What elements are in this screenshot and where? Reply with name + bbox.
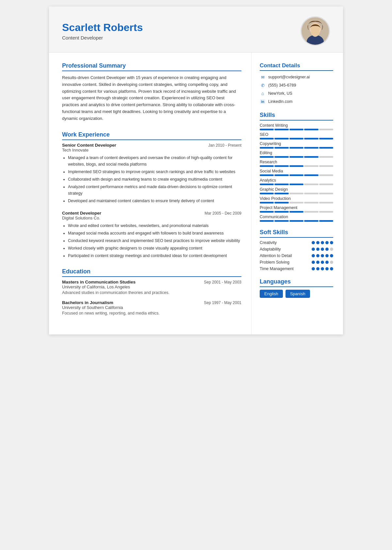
edu-desc-2: Focused on news writing, reporting, and … xyxy=(62,311,241,315)
skill-name: SEO xyxy=(260,132,333,137)
skill-segment xyxy=(289,220,303,222)
skill-segment xyxy=(274,211,288,213)
skill-item: Copywriting xyxy=(260,141,333,149)
header: Scarlett Roberts Content Developer xyxy=(49,7,343,53)
list-item: Wrote and edited content for websites, n… xyxy=(68,222,241,229)
edu-desc-1: Advanced studies in communication theori… xyxy=(62,290,241,295)
email-icon xyxy=(260,74,266,80)
skills-title: Skills xyxy=(260,112,333,121)
skill-name: Analytics xyxy=(260,178,333,183)
skills-section: Skills Content WritingSEOCopywritingEdit… xyxy=(260,112,333,222)
candidate-title: Content Developer xyxy=(62,35,301,40)
skill-item: Editing xyxy=(260,151,333,158)
job-company-1: Tech Innovate xyxy=(62,148,241,153)
skill-segment xyxy=(274,147,288,149)
left-column: Professional Summary Results-driven Cont… xyxy=(49,53,252,334)
skill-segment xyxy=(260,129,274,130)
skill-segment xyxy=(260,165,274,167)
skill-segment xyxy=(304,211,318,213)
skill-segment xyxy=(289,129,303,130)
languages-title: Languages xyxy=(260,278,333,287)
skill-segment xyxy=(274,156,288,158)
list-item: Worked closely with graphic designers to… xyxy=(68,245,241,251)
header-left: Scarlett Roberts Content Developer xyxy=(62,22,301,40)
edu-block-1: Masters in Communication Studies Sep 200… xyxy=(62,280,241,295)
skill-segment xyxy=(274,129,288,130)
skill-name: Video Production xyxy=(260,196,333,201)
right-column: Contact Details support@cvdesigner.ai (5… xyxy=(252,53,343,334)
skill-bar xyxy=(260,165,333,167)
skill-segment xyxy=(289,184,303,185)
email-value: support@cvdesigner.ai xyxy=(268,75,310,79)
soft-skill-dots xyxy=(312,267,333,270)
skill-segment xyxy=(289,202,303,203)
skill-segment xyxy=(260,138,274,139)
skill-bar xyxy=(260,147,333,149)
work-section: Work Experience Senior Content Developer… xyxy=(62,131,241,259)
skill-item: Video Production xyxy=(260,196,333,203)
soft-skill-dot xyxy=(321,248,324,251)
skill-segment xyxy=(289,165,303,167)
soft-skill-dots xyxy=(312,254,333,257)
skill-segment xyxy=(304,174,318,176)
soft-skill-name: Creativity xyxy=(260,240,277,245)
skills-list: Content WritingSEOCopywritingEditingRese… xyxy=(260,123,333,222)
skill-name: Copywriting xyxy=(260,141,333,146)
soft-skill-item: Creativity xyxy=(260,240,333,245)
soft-skill-dot xyxy=(330,248,333,251)
skill-segment xyxy=(304,165,318,167)
skill-item: Analytics xyxy=(260,178,333,185)
edu-header-2: Bachelors in Journalism Sep 1997 - May 2… xyxy=(62,300,241,305)
soft-skill-dot xyxy=(312,267,315,270)
soft-skill-dot xyxy=(330,254,333,257)
skill-segment xyxy=(274,220,288,222)
soft-skill-item: Problem Solving xyxy=(260,260,333,265)
skill-bar xyxy=(260,138,333,139)
soft-skill-dot xyxy=(325,267,329,270)
soft-skill-name: Adaptability xyxy=(260,247,281,251)
soft-skill-dot xyxy=(330,267,333,270)
skill-bar xyxy=(260,211,333,213)
summary-text: Results-driven Content Developer with 15… xyxy=(62,74,241,122)
skill-segment xyxy=(319,220,333,222)
skill-segment xyxy=(289,193,303,194)
soft-skill-dots xyxy=(312,241,333,244)
job-bullets-2: Wrote and edited content for websites, n… xyxy=(62,222,241,259)
skill-segment xyxy=(319,156,333,158)
soft-skill-dot xyxy=(316,241,319,244)
soft-skill-dots xyxy=(312,261,333,264)
list-item: Developed and maintained content calenda… xyxy=(68,198,241,204)
soft-skill-item: Adaptability xyxy=(260,247,333,251)
edu-title: Education xyxy=(62,268,241,277)
summary-title: Professional Summary xyxy=(62,62,241,71)
resume-container: Scarlett Roberts Content Developer Profe… xyxy=(49,7,343,334)
soft-skill-dot xyxy=(321,254,324,257)
skill-name: Communication xyxy=(260,215,333,219)
summary-section: Professional Summary Results-driven Cont… xyxy=(62,62,241,122)
soft-skill-dots xyxy=(312,248,333,251)
linkedin-icon xyxy=(260,99,266,105)
skill-bar xyxy=(260,193,333,194)
body: Professional Summary Results-driven Cont… xyxy=(49,53,343,334)
soft-skill-dot xyxy=(312,261,315,264)
soft-skill-dot xyxy=(325,261,329,264)
soft-skill-dot xyxy=(316,248,319,251)
skill-segment xyxy=(304,220,318,222)
list-item: Implemented SEO strategies to improve or… xyxy=(68,169,241,175)
skill-segment xyxy=(274,138,288,139)
skill-segment xyxy=(260,193,274,194)
soft-skill-dot xyxy=(316,261,319,264)
soft-skill-dot xyxy=(316,267,319,270)
contact-section: Contact Details support@cvdesigner.ai (5… xyxy=(260,62,333,105)
skill-segment xyxy=(319,129,333,130)
job-title-2: Content Developer xyxy=(62,211,101,216)
skill-bar xyxy=(260,156,333,158)
skill-name: Editing xyxy=(260,151,333,155)
skill-segment xyxy=(260,147,274,149)
soft-skill-item: Attention to Detail xyxy=(260,253,333,258)
soft-skill-name: Attention to Detail xyxy=(260,253,292,258)
skill-item: Communication xyxy=(260,215,333,222)
contact-phone: (555) 345-6789 xyxy=(260,82,333,88)
skill-item: Graphic Design xyxy=(260,187,333,194)
skill-segment xyxy=(260,184,274,185)
